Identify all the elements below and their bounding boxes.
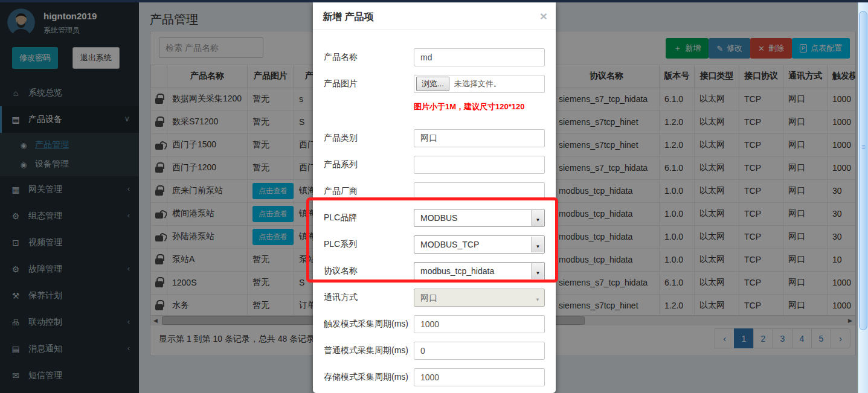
comm-mode-label: 通讯方式 <box>324 292 414 303</box>
plc-brand-label: PLC品牌 <box>324 212 414 223</box>
product-series-label: 产品系列 <box>324 159 414 170</box>
product-name-label: 产品名称 <box>324 52 414 63</box>
top-strip <box>0 0 868 2</box>
dropdown-arrow-icon[interactable] <box>532 210 544 226</box>
protocol-name-label: 协议名称 <box>324 266 414 276</box>
browse-button[interactable]: 浏览... <box>416 77 449 91</box>
normal-period-input[interactable] <box>414 342 545 360</box>
plc-series-label: PLC系列 <box>324 239 414 250</box>
scrollbar-grip-icon: ≡ <box>858 143 868 150</box>
dropdown-arrow-icon <box>532 290 544 305</box>
trigger-period-input[interactable] <box>414 315 545 333</box>
product-image-label: 产品图片 <box>324 78 414 89</box>
product-name-input[interactable] <box>414 48 545 66</box>
protocol-select[interactable]: modbus_tcp_hidata <box>414 262 545 280</box>
close-icon[interactable]: × <box>540 9 547 24</box>
modal-title: 新增 产品项 <box>323 11 373 22</box>
storage-period-input[interactable] <box>414 368 545 386</box>
image-size-hint: 图片小于1M，建议尺寸120*120 <box>414 101 545 112</box>
product-category-input[interactable] <box>414 129 545 147</box>
add-product-modal: 新增 产品项 × 产品名称 产品图片 浏览... 未选择文件。 图片小于1M，建… <box>313 2 556 393</box>
product-vendor-label: 产品厂商 <box>324 186 414 197</box>
plc-series-select[interactable]: MODBUS_TCP <box>414 235 545 254</box>
normal-period-label: 普通模式采集周期(ms) <box>324 345 414 356</box>
app-window: hignton2019 系统管理员 修改密码 退出系统 系统总览 产品设备 ∨ … <box>0 0 868 393</box>
file-status-text: 未选择文件。 <box>454 78 501 89</box>
product-image-file-input[interactable]: 浏览... 未选择文件。 <box>414 75 545 93</box>
trigger-period-label: 触发模式采集周期(ms) <box>324 319 414 330</box>
comm-mode-select: 网口 <box>414 289 545 307</box>
modal-body: 产品名称 产品图片 浏览... 未选择文件。 图片小于1M，建议尺寸120*12… <box>313 30 556 393</box>
dropdown-arrow-icon[interactable] <box>532 263 544 279</box>
storage-period-label: 存储模式采集周期(ms) <box>324 372 414 383</box>
vertical-scrollbar[interactable]: ≡ <box>858 2 868 393</box>
vertical-scroll-thumb[interactable] <box>859 11 867 330</box>
plc-brand-select[interactable]: MODBUS <box>414 209 545 227</box>
product-series-input[interactable] <box>414 156 545 174</box>
product-category-label: 产品类别 <box>324 133 414 144</box>
dropdown-arrow-icon[interactable] <box>532 237 544 252</box>
product-vendor-input[interactable] <box>414 182 545 200</box>
